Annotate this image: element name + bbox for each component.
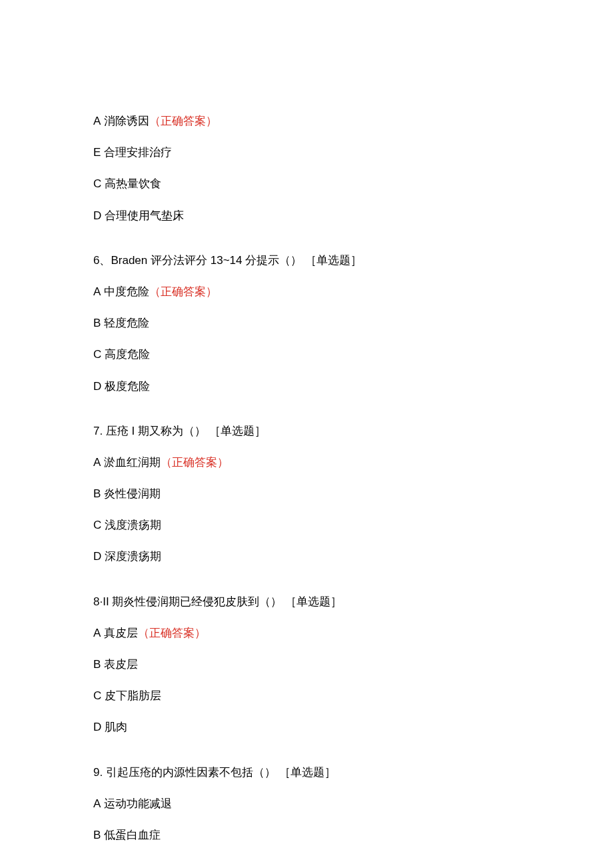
option-line: C 高热量饮食: [93, 175, 520, 193]
option-line: D 深度溃疡期: [93, 547, 520, 565]
question-text: 9. 引起压疮的内源性因素不包括（） ［单选题］: [93, 763, 520, 781]
question-text: 7. 压疮 I 期又称为（） ［单选题］: [93, 422, 520, 440]
option-text: 运动功能减退: [101, 797, 172, 810]
option-label: E: [93, 146, 101, 159]
question-block: 8·II 期炎性侵润期已经侵犯皮肤到（） ［单选题］A 真皮层（正确答案）B 表…: [93, 593, 520, 737]
correct-answer-label: （正确答案）: [149, 115, 217, 127]
option-text: 浅度溃疡期: [101, 519, 161, 531]
option-label: C: [93, 177, 101, 190]
option-text: 合理安排治疗: [101, 146, 172, 159]
correct-answer-label: （正确答案）: [138, 627, 206, 639]
option-label: D: [93, 721, 101, 733]
option-label: B: [93, 317, 101, 329]
option-text: 高度危险: [101, 348, 150, 361]
option-line: B 表皮层: [93, 655, 520, 673]
option-label: D: [93, 380, 101, 393]
option-label: A: [93, 456, 101, 469]
option-label: C: [93, 689, 101, 702]
option-line: D 极度危险: [93, 377, 520, 395]
option-text: 中度危险: [101, 285, 149, 298]
question-text: 8·II 期炎性侵润期已经侵犯皮肤到（） ［单选题］: [93, 593, 520, 611]
option-label: B: [93, 658, 101, 671]
document-content: A 消除诱因（正确答案）E 合理安排治疗C 高热量饮食D 合理使用气垫床6、Br…: [93, 112, 520, 844]
option-text: 肌肉: [101, 721, 127, 733]
option-line: B 炎性侵润期: [93, 485, 520, 503]
correct-answer-label: （正确答案）: [149, 285, 217, 298]
option-text: 轻度危险: [101, 317, 149, 329]
option-line: B 轻度危险: [93, 314, 520, 332]
option-text: 极度危险: [101, 380, 150, 393]
option-text: 高热量饮食: [101, 177, 161, 190]
option-text: 消除诱因: [101, 115, 149, 127]
option-label: B: [93, 487, 101, 500]
question-block: 6、Braden 评分法评分 13~14 分提示（） ［单选题］A 中度危险（正…: [93, 251, 520, 395]
option-text: 深度溃疡期: [101, 550, 161, 563]
option-text: 合理使用气垫床: [101, 209, 184, 222]
option-text: 低蛋白血症: [101, 829, 161, 841]
question-block: A 消除诱因（正确答案）E 合理安排治疗C 高热量饮食D 合理使用气垫床: [93, 112, 520, 225]
option-line: A 中度危险（正确答案）: [93, 283, 520, 301]
option-line: D 肌肉: [93, 718, 520, 736]
question-block: 7. 压疮 I 期又称为（） ［单选题］A 淤血红润期（正确答案）B 炎性侵润期…: [93, 422, 520, 566]
option-line: C 高度危险: [93, 345, 520, 363]
option-label: C: [93, 348, 101, 361]
option-label: B: [93, 829, 101, 841]
option-line: C 浅度溃疡期: [93, 516, 520, 534]
option-text: 真皮层: [101, 627, 138, 639]
correct-answer-label: （正确答案）: [161, 456, 229, 469]
option-label: A: [93, 115, 101, 127]
option-line: A 运动功能减退: [93, 795, 520, 813]
option-label: D: [93, 550, 101, 563]
option-label: A: [93, 797, 101, 810]
option-text: 炎性侵润期: [101, 487, 161, 500]
option-line: B 低蛋白血症: [93, 826, 520, 844]
option-text: 表皮层: [101, 658, 138, 671]
option-text: 皮下脂肪层: [101, 689, 161, 702]
question-text: 6、Braden 评分法评分 13~14 分提示（） ［单选题］: [93, 251, 520, 269]
option-line: A 淤血红润期（正确答案）: [93, 453, 520, 471]
option-line: E 合理安排治疗: [93, 143, 520, 161]
option-label: A: [93, 285, 101, 298]
option-line: C 皮下脂肪层: [93, 687, 520, 705]
option-label: C: [93, 519, 101, 531]
option-line: D 合理使用气垫床: [93, 207, 520, 225]
option-label: D: [93, 209, 101, 222]
option-text: 淤血红润期: [101, 456, 161, 469]
option-label: A: [93, 627, 101, 639]
option-line: A 真皮层（正确答案）: [93, 624, 520, 642]
option-line: A 消除诱因（正确答案）: [93, 112, 520, 130]
question-block: 9. 引起压疮的内源性因素不包括（） ［单选题］A 运动功能减退B 低蛋白血症: [93, 763, 520, 845]
